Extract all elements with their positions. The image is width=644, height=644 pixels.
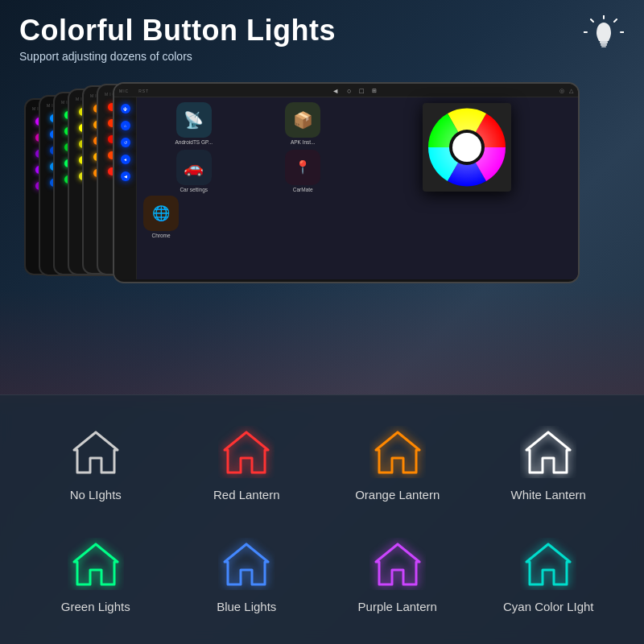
color-wheel[interactable]: [427, 107, 507, 188]
light-item-purple-lantern[interactable]: Purple Lantern: [326, 524, 469, 629]
light-item-cyan-light[interactable]: Cyan Color LIght: [477, 524, 621, 629]
app-item-carsettings[interactable]: 🚗 Car settings: [142, 150, 246, 192]
nav-recents[interactable]: □: [360, 87, 364, 95]
app-label-chrome: Chrome: [151, 233, 170, 238]
cyan-light-label: Cyan Color LIght: [503, 600, 594, 613]
house-icon-cyan-light: [520, 538, 576, 590]
bottom-panel: No LIghts Red Lantern Orange Lantern Whi…: [0, 394, 644, 644]
device-area: MIC RST MIC RST: [0, 74, 644, 316]
app-label-apk: APK Inst...: [291, 139, 316, 145]
light-item-white-lantern[interactable]: White Lantern: [477, 411, 621, 516]
light-item-blue-lights[interactable]: Blue Lights: [175, 524, 319, 629]
white-lantern-label: White Lantern: [511, 488, 586, 502]
app-item-carmate[interactable]: 📍 CarMate: [251, 150, 356, 192]
app-label-androidts: AndroidTS GP...: [175, 139, 213, 145]
bulb-icon-area: [583, 14, 625, 56]
light-item-orange-lantern[interactable]: Orange Lantern: [326, 411, 469, 516]
svg-point-11: [452, 133, 481, 162]
no-lights-label: No LIghts: [70, 488, 122, 502]
bulb-icon: [584, 15, 624, 56]
app-item-apk[interactable]: 📦 APK Inst...: [251, 102, 356, 145]
red-lantern-label: Red Lantern: [213, 488, 280, 502]
light-item-red-lantern[interactable]: Red Lantern: [175, 411, 319, 516]
app-label-carsettings: Car settings: [180, 187, 208, 192]
purple-lantern-label: Purple Lantern: [358, 600, 437, 613]
app-item-androidts[interactable]: 📡 AndroidTS GP...: [142, 102, 246, 145]
app-label-carmate: CarMate: [293, 187, 313, 192]
nav-home[interactable]: ○: [347, 87, 351, 95]
house-icon-green-lights: [68, 538, 124, 590]
house-icon-no-lights: [68, 426, 124, 478]
nav-back[interactable]: ◄: [332, 87, 339, 95]
header-left: Colorful Button Lights Support adjusting…: [19, 14, 336, 63]
page-subtitle: Support adjusting dozens of colors: [19, 50, 336, 63]
svg-rect-5: [600, 41, 608, 43]
house-icon-blue-lights: [218, 538, 275, 590]
light-item-no-lights[interactable]: No LIghts: [24, 411, 167, 516]
house-icon-red-lantern: [218, 426, 275, 478]
main-device: MIC RST ◄ ○ □ ⊞ ◎△ ⏻ ⌂ ↺: [113, 82, 580, 283]
house-icon-orange-lantern: [369, 426, 426, 478]
devices-stack: MIC RST MIC RST: [24, 82, 620, 308]
svg-line-3: [591, 19, 593, 22]
app-item-chrome[interactable]: 🌐 Chrome: [143, 196, 179, 238]
blue-lights-label: Blue Lights: [217, 600, 276, 613]
svg-rect-7: [601, 46, 606, 47]
nav-grid[interactable]: ⊞: [372, 88, 377, 94]
light-item-green-lights[interactable]: Green Lights: [24, 524, 167, 629]
svg-line-1: [614, 19, 617, 22]
light-grid: No LIghts Red Lantern Orange Lantern Whi…: [24, 411, 620, 628]
house-icon-purple-lantern: [369, 538, 426, 590]
green-lights-label: Green Lights: [61, 600, 130, 613]
svg-rect-6: [601, 43, 607, 46]
page-title: Colorful Button Lights: [19, 14, 336, 47]
house-icon-white-lantern: [520, 426, 576, 478]
header: Colorful Button Lights Support adjusting…: [0, 0, 644, 68]
orange-lantern-label: Orange Lantern: [355, 488, 440, 502]
